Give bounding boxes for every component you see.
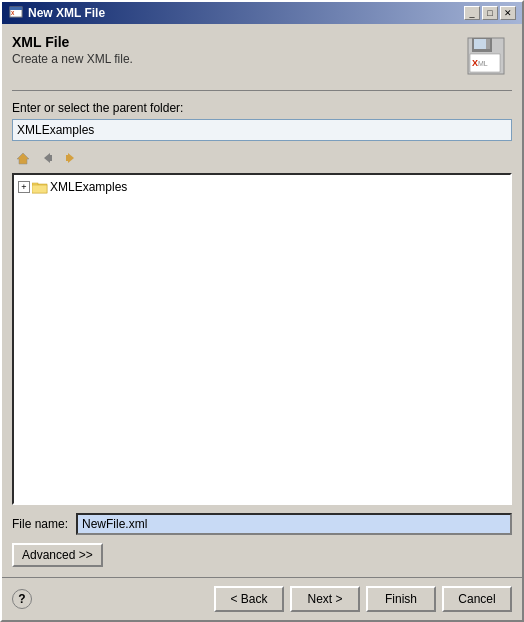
filename-label: File name: — [12, 517, 68, 531]
close-button[interactable]: ✕ — [500, 6, 516, 20]
tree-item-xmlexamples[interactable]: + XMLExamples — [18, 179, 506, 195]
section-title: XML File — [12, 34, 133, 50]
window-icon: X — [8, 5, 24, 21]
expand-button[interactable]: + — [18, 181, 30, 193]
folder-label: Enter or select the parent folder: — [12, 101, 512, 115]
svg-rect-14 — [66, 155, 68, 161]
svg-rect-5 — [474, 39, 488, 49]
header-section: XML File Create a new XML file. X ML — [12, 34, 512, 91]
section-subtitle: Create a new XML file. — [12, 52, 133, 66]
svg-rect-6 — [486, 39, 490, 49]
svg-rect-17 — [32, 185, 47, 193]
title-bar-left: X New XML File — [8, 5, 105, 21]
folder-input[interactable] — [12, 119, 512, 141]
svg-text:ML: ML — [478, 60, 488, 67]
back-dialog-button[interactable]: < Back — [214, 586, 284, 612]
svg-marker-11 — [44, 153, 50, 163]
dialog-window: X New XML File _ □ ✕ XML File Create a n… — [0, 0, 524, 622]
minimize-button[interactable]: _ — [464, 6, 480, 20]
home-button[interactable] — [12, 147, 34, 169]
content-area: XML File Create a new XML file. X ML — [2, 24, 522, 577]
tree-item-label: XMLExamples — [50, 180, 127, 194]
folder-toolbar — [12, 145, 512, 171]
title-bar: X New XML File _ □ ✕ — [2, 2, 522, 24]
button-bar: ? < Back Next > Finish Cancel — [2, 577, 522, 620]
finish-button[interactable]: Finish — [366, 586, 436, 612]
folder-icon — [32, 180, 48, 194]
window-title: New XML File — [28, 6, 105, 20]
bottom-section: File name: Advanced >> — [12, 513, 512, 567]
back-button[interactable] — [36, 147, 58, 169]
advanced-button[interactable]: Advanced >> — [12, 543, 103, 567]
next-button[interactable]: Next > — [290, 586, 360, 612]
filename-input[interactable] — [76, 513, 512, 535]
xml-file-icon: X ML — [464, 34, 512, 82]
maximize-button[interactable]: □ — [482, 6, 498, 20]
svg-marker-10 — [17, 153, 29, 164]
forward-button[interactable] — [60, 147, 82, 169]
svg-marker-13 — [68, 153, 74, 163]
svg-rect-12 — [50, 155, 52, 161]
header-text: XML File Create a new XML file. — [12, 34, 133, 66]
title-bar-controls: _ □ ✕ — [464, 6, 516, 20]
main-panel: Enter or select the parent folder: — [12, 101, 512, 505]
filename-row: File name: — [12, 513, 512, 535]
folder-tree[interactable]: + XMLExamples — [12, 173, 512, 505]
help-button[interactable]: ? — [12, 589, 32, 609]
cancel-button[interactable]: Cancel — [442, 586, 512, 612]
